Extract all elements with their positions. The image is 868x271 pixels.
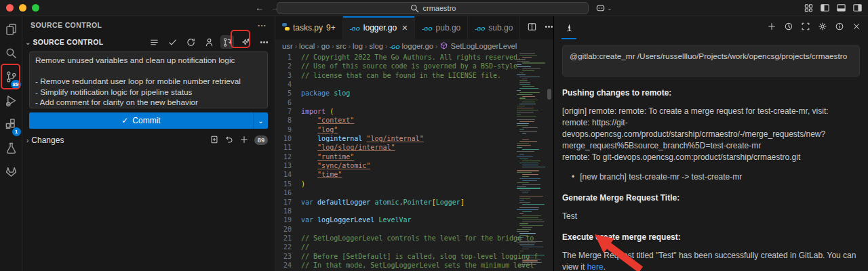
- dart-icon: [564, 23, 574, 33]
- copilot-icon: [595, 3, 606, 13]
- sidebar-more-icon[interactable]: ⋯: [258, 20, 267, 30]
- split-editor-button[interactable]: [527, 22, 537, 35]
- search-value: crmaestro: [423, 4, 456, 12]
- expand-button[interactable]: [801, 22, 810, 34]
- close-window-button[interactable]: [6, 4, 14, 12]
- activity-bar-item-testing[interactable]: [0, 138, 22, 161]
- code-line: 4: [275, 80, 553, 89]
- toggle-panel-icon[interactable]: [836, 3, 846, 13]
- chevron-down-icon: ⌄: [607, 5, 612, 12]
- activity-bar-item-source-control[interactable]: 89: [0, 66, 22, 90]
- commit-dropdown-button[interactable]: ⌄: [253, 112, 268, 129]
- commit-button[interactable]: ✓ Commit: [29, 112, 253, 129]
- toggle-sidebar-right-icon[interactable]: [852, 3, 863, 13]
- code-line: 15): [275, 180, 553, 188]
- open-all-changes-button[interactable]: [210, 135, 219, 146]
- create-merge-request-button[interactable]: [220, 35, 234, 49]
- assignee-button[interactable]: [202, 35, 216, 49]
- files-icon: [5, 23, 18, 39]
- history-button[interactable]: [784, 22, 793, 34]
- maximize-window-button[interactable]: [32, 4, 39, 12]
- settings-button[interactable]: [818, 22, 827, 34]
- code-line: 14 "time": [275, 170, 553, 179]
- nav-back-icon[interactable]: ←: [255, 3, 264, 13]
- layout-controls: [804, 3, 863, 13]
- tab-sub.go[interactable]: -GOsub.go: [468, 16, 520, 39]
- go-icon: -GO: [350, 23, 360, 33]
- chat-panel: @gitlab:create_mr /Users/russellluo/Proj…: [554, 16, 868, 271]
- code-line: 8 "context": [275, 116, 553, 125]
- breadcrumb-item[interactable]: go: [321, 42, 330, 50]
- gitlab-icon: [5, 165, 18, 181]
- refresh-button[interactable]: [184, 35, 197, 49]
- activity-bar-item-search[interactable]: [0, 43, 22, 66]
- code-editor[interactable]: 1// Copyright 2022 The Go Authors. All r…: [275, 53, 553, 271]
- source-control-section-header[interactable]: ⌄ SOURCE CONTROL: [22, 34, 275, 50]
- breadcrumb-item[interactable]: slog: [369, 42, 383, 50]
- editor-group: tasks.py9+-GOlogger.go✕-GOpub.go-GOsub.g…: [275, 16, 554, 271]
- copilot-menu[interactable]: ⌄: [595, 3, 612, 13]
- changes-label: Changes: [31, 136, 64, 145]
- chevron-down-icon: ⌄: [258, 117, 263, 125]
- info-button[interactable]: [835, 22, 844, 34]
- breadcrumb-item[interactable]: SetLogLoggerLevel: [439, 41, 517, 51]
- code-line: 18: [275, 207, 553, 215]
- tab-label: logger.go: [363, 23, 397, 33]
- code-line: 6: [275, 98, 553, 107]
- breadcrumb-item[interactable]: local: [299, 42, 315, 50]
- generate-commit-message-button[interactable]: [239, 35, 252, 49]
- activity-bar-item-extensions[interactable]: 1: [0, 114, 22, 138]
- check-icon: ✓: [121, 116, 128, 125]
- go-icon: -GO: [475, 23, 485, 33]
- more-actions-button[interactable]: [257, 35, 271, 49]
- stage-all-changes-button[interactable]: [239, 135, 249, 146]
- activity-bar-item-gitlab[interactable]: [0, 161, 22, 185]
- view-merge-request-link[interactable]: here: [587, 262, 604, 271]
- breadcrumb-item[interactable]: usr: [282, 42, 293, 50]
- window-controls: [6, 4, 47, 12]
- customize-layout-icon[interactable]: [804, 3, 814, 13]
- code-line: 3// license that can be found in the LIC…: [275, 71, 553, 80]
- more-editor-actions-button[interactable]: [544, 22, 554, 35]
- code-line: 24// In that mode, SetLogLoggerLevel set…: [275, 261, 553, 270]
- close-button[interactable]: [852, 22, 861, 34]
- breadcrumb-separator: ›: [317, 43, 319, 50]
- command-center-search[interactable]: crmaestro: [277, 2, 589, 14]
- editor-scrollbar[interactable]: [547, 89, 551, 100]
- tab-tasks.py[interactable]: tasks.py9+: [275, 16, 343, 39]
- code-line: 2// Use of this source code is governed …: [275, 62, 553, 70]
- section-title: SOURCE CONTROL: [33, 38, 103, 46]
- breadcrumb-separator: ›: [332, 43, 334, 50]
- code-line: 16: [275, 188, 553, 197]
- minimize-window-button[interactable]: [19, 4, 26, 12]
- source-control-sidebar: SOURCE CONTROL ⋯ ⌄ SOURCE CONTROL Remove…: [22, 16, 275, 271]
- code-line: 7import (: [275, 107, 553, 116]
- breadcrumb-item[interactable]: src: [336, 42, 347, 50]
- breadcrumb[interactable]: usr›local›go›src›log›slog›-GOlogger.go›S…: [275, 39, 553, 53]
- code-line: 5package slog: [275, 89, 553, 98]
- close-tab-icon[interactable]: ✕: [401, 24, 408, 33]
- code-line: 17var defaultLogger atomic.Pointer[Logge…: [275, 198, 553, 207]
- code-line: 20: [275, 225, 553, 234]
- changes-row[interactable]: › Changes 89: [22, 133, 275, 148]
- activity-bar-item-explorer[interactable]: [0, 19, 22, 43]
- chat-panel-tab[interactable]: [561, 16, 577, 39]
- activity-bar-item-run-debug[interactable]: [0, 90, 22, 114]
- toggle-sidebar-left-icon[interactable]: [820, 3, 830, 13]
- view-as-list-button[interactable]: [147, 35, 161, 49]
- commit-message-input[interactable]: Remove unused variables and clean up not…: [29, 51, 268, 108]
- python-icon: [282, 23, 290, 33]
- tab-logger.go[interactable]: -GOlogger.go✕: [343, 16, 416, 39]
- changes-count-badge: 89: [254, 136, 268, 145]
- minimap[interactable]: [517, 53, 545, 271]
- discard-all-changes-button[interactable]: [224, 135, 234, 146]
- new-chat-button[interactable]: [767, 22, 776, 34]
- breadcrumb-item[interactable]: log: [353, 42, 363, 50]
- code-line: 1// Copyright 2022 The Go Authors. All r…: [275, 53, 553, 62]
- code-line: 11 "log/slog/internal": [275, 143, 553, 152]
- search-icon: [5, 47, 18, 62]
- breadcrumb-item[interactable]: -GOlogger.go: [389, 42, 433, 50]
- commit-button[interactable]: [165, 35, 179, 49]
- tab-pub.go[interactable]: -GOpub.go: [415, 16, 468, 39]
- tab-label: tasks.py: [293, 23, 323, 33]
